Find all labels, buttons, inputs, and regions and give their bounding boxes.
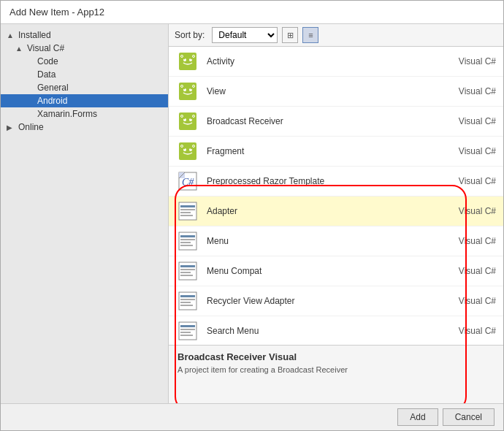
item-icon-4 [176,140,199,163]
svg-rect-52 [180,325,195,327]
svg-rect-35 [180,215,193,216]
item-icon-5: C# [176,169,199,193]
tree-item-general[interactable]: General [1,81,168,94]
list-item-5[interactable]: C# Preprocessed Razor Template Visual C# [169,167,503,197]
detail-title: Broadcast Receiver Visual [177,351,495,362]
item-type-6: Visual C# [459,206,496,216]
list-item-1[interactable]: Activity Visual C# [169,47,503,77]
list-view-button[interactable]: ≡ [302,27,318,43]
tree-label-android: Android [37,96,67,106]
tree-label-visual-cs: Visual C# [27,43,64,53]
list-item-4[interactable]: Fragment Visual C# [169,137,503,167]
svg-rect-47 [180,295,195,297]
item-name-5: Preprocessed Razor Template [207,176,451,186]
grid-view-button[interactable]: ⊞ [282,27,298,43]
item-icon-8 [176,259,199,283]
detail-description: A project item for creating a Broadcast … [177,365,495,374]
tree-label-online: Online [18,122,44,132]
item-icon-10 [176,319,199,343]
tree-toggle-visual-cs: ▲ [15,45,26,53]
svg-rect-51 [179,322,196,340]
tree-label-general: General [37,83,69,93]
tree-item-installed[interactable]: ▲ Installed [1,28,168,42]
svg-point-6 [193,56,195,58]
bottom-bar: Add Cancel [1,403,503,430]
svg-rect-48 [180,299,195,300]
content-area: ▲ Installed ▲ Visual C# Code Data Genera… [1,24,503,403]
tree-item-online[interactable]: ▶ Online [1,121,168,134]
svg-point-12 [181,85,183,88]
item-name-8: Menu Compat [207,266,451,276]
title-text: Add New Item - App12 [9,7,104,18]
tree-item-visual-cs[interactable]: ▲ Visual C# [1,42,168,55]
item-name-3: Broadcast Receiver [207,116,451,126]
items-list: Activity Visual C# View Visual C# Broadc… [169,47,503,345]
svg-point-13 [193,85,195,88]
svg-rect-36 [179,232,196,250]
tree-label-data: Data [37,69,56,80]
item-icon-7 [176,229,199,253]
list-item-7[interactable]: Menu Visual C# [169,226,503,256]
left-panel: ▲ Installed ▲ Visual C# Code Data Genera… [1,24,169,403]
item-type-8: Visual C# [459,266,496,276]
svg-point-26 [181,145,183,148]
svg-rect-54 [180,332,191,333]
svg-text:C#: C# [182,177,194,188]
add-button[interactable]: Add [397,408,438,426]
tree-item-xamarin[interactable]: Xamarin.Forms [1,107,168,121]
svg-rect-31 [179,202,196,220]
item-name-2: View [207,86,451,96]
tree-item-android[interactable]: Android [1,94,168,107]
cancel-button[interactable]: Cancel [443,408,495,426]
add-new-item-dialog: Add New Item - App12 ▲ Installed ▲ Visua… [0,0,504,431]
svg-rect-50 [180,305,193,306]
list-item-6[interactable]: Adapter Visual C# [169,197,503,226]
svg-rect-32 [180,205,195,207]
svg-rect-33 [180,209,195,210]
list-item-8[interactable]: Menu Compat Visual C# [169,256,503,286]
item-icon-1 [176,50,199,73]
detail-panel: Broadcast Receiver Visual A project item… [169,345,503,403]
svg-rect-45 [180,275,193,276]
item-type-4: Visual C# [459,146,496,156]
item-type-10: Visual C# [459,326,496,336]
tree-item-code[interactable]: Code [1,55,168,68]
item-name-1: Activity [207,56,451,66]
svg-rect-49 [180,302,191,303]
svg-rect-42 [180,265,195,267]
tree-toggle-online: ▶ [7,123,17,131]
item-icon-9 [176,289,199,313]
svg-point-19 [181,115,183,118]
svg-rect-44 [180,272,191,273]
item-name-4: Fragment [207,146,451,156]
item-name-9: Recycler View Adapter [207,296,451,306]
item-name-7: Menu [207,236,451,246]
item-icon-3 [176,110,199,133]
item-icon-2 [176,80,199,103]
right-panel-wrapper: Sort by: Default ⊞ ≡ Activity Visual C# [169,24,503,403]
item-type-2: Visual C# [459,86,496,96]
svg-rect-43 [180,269,195,270]
sort-select[interactable]: Default [212,27,278,43]
sort-label: Sort by: [175,30,205,40]
svg-rect-39 [180,242,191,243]
svg-rect-55 [180,335,193,336]
svg-rect-41 [179,262,196,280]
tree-toggle-installed: ▲ [7,31,17,39]
svg-point-20 [193,115,195,118]
tree-label-code: Code [37,56,58,66]
item-name-10: Search Menu [207,326,451,336]
svg-rect-38 [180,239,195,240]
svg-rect-34 [180,212,191,213]
svg-rect-37 [180,235,195,237]
right-panel: Sort by: Default ⊞ ≡ Activity Visual C# [169,24,503,345]
svg-point-5 [181,56,183,58]
list-item-10[interactable]: Search Menu Visual C# [169,316,503,345]
list-item-3[interactable]: Broadcast Receiver Visual C# [169,107,503,137]
item-type-1: Visual C# [459,56,496,66]
list-item-9[interactable]: Recycler View Adapter Visual C# [169,286,503,316]
dialog-title: Add New Item - App12 [1,1,503,24]
tree-item-data[interactable]: Data [1,68,168,81]
list-item-2[interactable]: View Visual C# [169,77,503,107]
item-icon-6 [176,199,199,223]
